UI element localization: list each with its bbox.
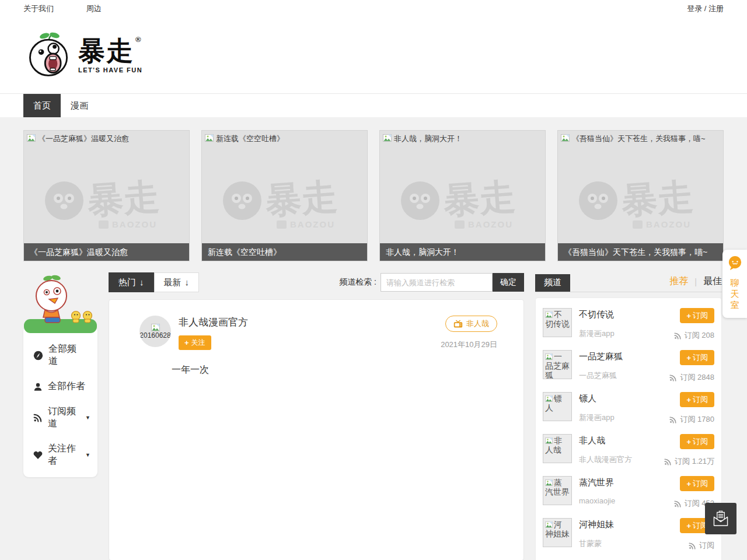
tab-channels[interactable]: 频道 — [535, 274, 570, 292]
arrow-down-icon: ↓ — [185, 273, 190, 292]
follow-button[interactable]: + 关注 — [179, 335, 211, 350]
channel-thumbnail[interactable]: 不切传说 — [543, 308, 572, 337]
filter-recommend[interactable]: 推荐 — [669, 275, 688, 288]
broken-image-icon — [151, 324, 160, 331]
broken-image-icon — [27, 134, 36, 142]
svg-text:BAOZOU: BAOZOU — [646, 219, 691, 229]
login-register-link[interactable]: 登录 / 注册 — [687, 4, 724, 13]
broken-image-icon — [545, 480, 553, 486]
nav-tab-home[interactable]: 首页 — [23, 94, 61, 117]
sort-hot-button[interactable]: 热门↓ — [109, 272, 154, 292]
broken-image-icon — [205, 134, 214, 142]
feedback-mail-button[interactable] — [705, 503, 736, 534]
plus-icon: + — [686, 354, 691, 362]
channel-list: 不切传说 不切传说 新漫画app +订阅 订阅 208 一品芝麻狐 一品芝麻狐 … — [535, 298, 722, 560]
sidebar-menu: 全部频道 全部作者 订阅频道 ▼ 关注作者 — [23, 326, 97, 477]
featured-banners: 《一品芝麻狐》温暖又治愈 暴走 BAOZOU 《一品芝麻狐》温暖又治愈 新连载《… — [23, 130, 724, 261]
author-avatar[interactable]: 20160628 — [139, 316, 171, 347]
search-submit-button[interactable]: 确定 — [493, 273, 524, 292]
plus-icon: + — [686, 438, 691, 446]
broken-image-icon — [545, 312, 553, 318]
sidebar-item-followed-authors[interactable]: 关注作者 ▼ — [23, 436, 97, 474]
feed-post-card: 20160628 非人哉漫画官方 + 关注 非人哉 2021年10月29日 — [109, 299, 524, 560]
feed-toolbar: 热门↓ 最新↓ 频道检索 : 确定 — [109, 272, 524, 292]
channel-name[interactable]: 蒸汽世界 — [579, 477, 661, 488]
chat-bubble-icon — [727, 255, 743, 271]
registered-mark: ® — [135, 35, 141, 44]
channel-name[interactable]: 不切传说 — [579, 309, 661, 320]
subscriber-count: 订阅 1.21万 — [664, 456, 714, 467]
topbar-link-merch[interactable]: 周边 — [86, 4, 102, 13]
feed-column: 热门↓ 最新↓ 频道检索 : 确定 20160628 非人哉漫画官方 — [109, 272, 524, 560]
nav-tab-comics[interactable]: 漫画 — [61, 94, 98, 117]
baozou-watermark: 暴走 BAOZOU — [38, 163, 176, 233]
baozou-logo[interactable]: 暴走 ® LET'S HAVE FUN — [23, 31, 142, 80]
channel-subtitle: maoxiaojie — [579, 496, 661, 505]
compass-icon — [33, 351, 43, 360]
channel-thumbnail[interactable]: 一品芝麻狐 — [543, 350, 572, 379]
chatroom-label: 聊天室 — [730, 277, 739, 310]
channel-row-1: 不切传说 不切传说 新漫画app +订阅 订阅 208 — [543, 303, 714, 345]
rss-icon — [674, 500, 682, 508]
channel-name[interactable]: 河神姐妹 — [579, 519, 661, 530]
featured-card-1[interactable]: 《一品芝麻狐》温暖又治愈 暴走 BAOZOU 《一品芝麻狐》温暖又治愈 — [23, 130, 190, 261]
subscribe-button[interactable]: +订阅 — [680, 434, 714, 449]
channel-badge[interactable]: 非人哉 — [445, 316, 497, 332]
channel-name[interactable]: 非人哉 — [579, 435, 661, 446]
svg-text:BAOZOU: BAOZOU — [290, 219, 335, 229]
avatar-alt-text: 20160628 — [139, 331, 170, 340]
rss-icon — [33, 413, 43, 422]
channel-subtitle: 一品芝麻狐 — [579, 370, 661, 381]
channel-thumbnail[interactable]: 镖人 — [543, 392, 572, 421]
broken-image-icon — [545, 396, 553, 402]
channel-subtitle: 新漫画app — [579, 412, 661, 423]
rss-icon — [674, 332, 682, 340]
caret-down-icon: ▼ — [85, 415, 90, 421]
subscriber-count: 订阅 2848 — [669, 372, 714, 383]
featured-card-2[interactable]: 新连载《空空吐槽》 暴走 BAOZOU 新连载《空空吐槽》 — [201, 130, 368, 261]
channel-subtitle: 非人哉漫画官方 — [579, 454, 661, 465]
channel-row-5: 蒸汽世界 蒸汽世界 maoxiaojie +订阅 订阅 452 — [543, 471, 714, 513]
chatroom-button[interactable]: 聊天室 — [722, 250, 747, 318]
channel-header: 频道 推荐 | 最佳 — [535, 272, 722, 292]
sidebar-item-all-channels[interactable]: 全部频道 — [23, 337, 97, 374]
sort-latest-button[interactable]: 最新↓ — [154, 272, 200, 292]
channel-thumbnail[interactable]: 蒸汽世界 — [543, 476, 572, 505]
channel-subtitle: 新漫画app — [579, 328, 661, 339]
topbar: 关于我们 周边 登录 / 注册 — [0, 0, 747, 18]
featured-card-3[interactable]: 非人哉，脑洞大开！ 暴走 BAOZOU 非人哉，脑洞大开！ — [379, 130, 546, 261]
banner-caption: 新连载《空空吐槽》 — [202, 243, 367, 261]
channel-name[interactable]: 镖人 — [579, 393, 661, 404]
channel-search-input[interactable] — [381, 273, 493, 292]
channel-row-6: 河神姐妹 河神姐妹 甘蒙蒙 +订阅 订阅 — [543, 513, 714, 555]
subscribe-button[interactable]: +订阅 — [680, 476, 714, 491]
featured-card-4[interactable]: 《吾猫当仙》天下苍生，关我猫事，喵~ 暴走 BAOZOU 《吾猫当仙》天下苍生，… — [557, 130, 724, 261]
duck-mascot-illustration — [23, 272, 97, 335]
user-icon — [33, 382, 43, 391]
subscribe-button[interactable]: +订阅 — [680, 392, 714, 407]
channel-thumbnail[interactable]: 河神姐妹 — [543, 518, 572, 547]
channel-name[interactable]: 一品芝麻狐 — [579, 351, 661, 362]
search-label: 频道检索 : — [339, 277, 376, 288]
subscribe-button[interactable]: +订阅 — [680, 350, 714, 365]
channel-thumbnail[interactable]: 非人哉 — [543, 434, 572, 463]
channel-column: 频道 推荐 | 最佳 不切传说 不切传说 新漫画app +订阅 订阅 208 — [535, 272, 722, 560]
baozou-watermark: 暴走 BAOZOU — [394, 163, 532, 233]
sidebar-item-subscribed-channels[interactable]: 订阅频道 ▼ — [23, 399, 97, 436]
logo-title: 暴走 — [78, 37, 134, 64]
plus-icon: + — [184, 339, 189, 346]
topbar-link-about[interactable]: 关于我们 — [23, 4, 54, 13]
svg-text:暴走: 暴走 — [263, 176, 339, 221]
sidebar-item-all-authors[interactable]: 全部作者 — [23, 374, 97, 399]
main-nav: 首页 漫画 — [0, 93, 747, 117]
channel-row-4: 非人哉 非人哉 非人哉漫画官方 +订阅 订阅 1.21万 — [543, 429, 714, 471]
subscriber-count: 订阅 208 — [674, 330, 714, 341]
sidebar-item-label: 全部频道 — [48, 343, 85, 368]
sidebar-item-label: 关注作者 — [48, 443, 80, 467]
author-name[interactable]: 非人哉漫画官方 — [179, 316, 248, 329]
sidebar-item-label: 全部作者 — [48, 380, 85, 393]
subscribe-button[interactable]: +订阅 — [680, 308, 714, 323]
filter-best[interactable]: 最佳 — [703, 275, 722, 288]
rss-icon — [669, 416, 677, 424]
svg-text:BAOZOU: BAOZOU — [468, 219, 513, 229]
